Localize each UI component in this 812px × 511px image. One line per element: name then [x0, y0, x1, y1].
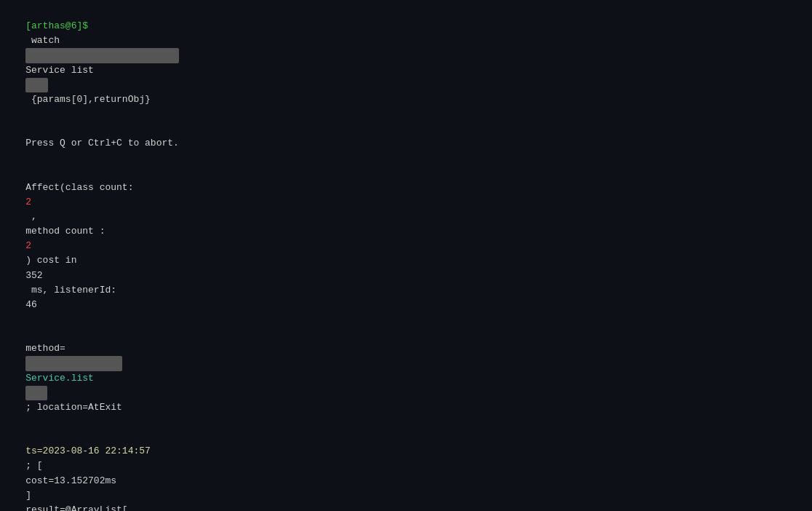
location-1: ; location=AtExit: [25, 402, 122, 413]
affect-end-1: ) cost in: [25, 255, 82, 266]
affect-mid-1: ,: [25, 211, 42, 222]
affect-prefix-1: Affect(class count:: [25, 182, 139, 193]
method-count-label-1: method count :: [25, 226, 111, 237]
line-5: ts=2023-08-16 22:14:57 ; [ cost=13.15270…: [3, 429, 809, 511]
cost-1: 352: [25, 270, 42, 281]
method-count-val-1: 2: [25, 240, 31, 251]
blurred-class-1: [25, 48, 179, 63]
class-count-1: 2: [25, 197, 31, 207]
pressq-1: Press Q or Ctrl+C to abort.: [25, 138, 179, 148]
ts-sep-1: ; [: [25, 460, 42, 471]
ts-label-1: ts=2023-08-16 22:14:57: [25, 445, 151, 456]
line-2: Press Q or Ctrl+C to abort.: [3, 122, 809, 165]
cost-detail-1: cost=13.152702ms: [25, 475, 116, 486]
line-1: [arthas@6]$ watch Service list {params[0…: [3, 4, 809, 122]
service-list-1: Service list: [25, 65, 94, 76]
blurred-sm-1: [25, 78, 48, 92]
listener-1: 46: [25, 299, 37, 310]
blurred-sm-2: [25, 386, 47, 400]
ts-sep2-1: ]: [25, 490, 37, 501]
result-1: result=@ArrayList[: [25, 504, 127, 511]
service-list-ref-1: Service.list: [25, 373, 94, 384]
params-1: {params[0],returnObj}: [25, 94, 151, 105]
cmd-watch-1: watch: [25, 35, 65, 46]
terminal: [arthas@6]$ watch Service list {params[0…: [0, 0, 812, 511]
prompt-1: [arthas@6]$: [25, 20, 88, 31]
cost-unit-1: ms, listenerId:: [25, 285, 122, 296]
blurred-method-1: [25, 356, 122, 371]
line-4: method= Service.list ; location=AtExit: [3, 327, 809, 429]
line-3: Affect(class count: 2 , method count : 2…: [3, 166, 809, 328]
method-label-1: method=: [25, 343, 65, 354]
